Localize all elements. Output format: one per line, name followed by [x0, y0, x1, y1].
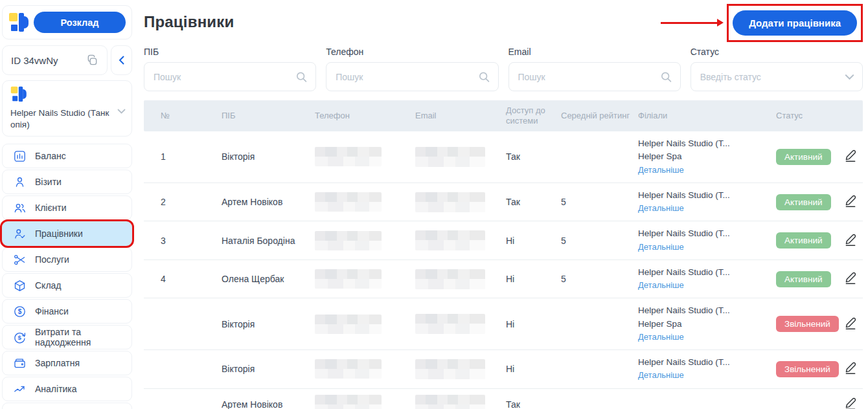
branch-name: Helper Nails Studio (T...: [638, 137, 771, 150]
cell-email-redacted: [415, 359, 485, 379]
sidebar-item-salary[interactable]: Зарплатня: [2, 351, 132, 375]
table-row: Артем Новіков Так: [144, 389, 863, 409]
table-row: Вікторія Ні Helper Nails Studio (T... Де…: [144, 350, 863, 389]
table-row: Вікторія Ні Helper Nails Studio (T...Hel…: [144, 298, 863, 350]
expenses-icon: $: [12, 330, 27, 344]
edit-pencil-icon[interactable]: [844, 397, 858, 409]
sidebar-item-branches[interactable]: Філіали: [2, 403, 132, 409]
table-row: 2 Артем Новіков Так 5 Helper Nails Studi…: [144, 183, 863, 222]
cell-name: Вікторія: [222, 319, 315, 329]
sidebar-item-label: Витрати та надходження: [35, 327, 128, 348]
status-badge: Звільнений: [776, 316, 839, 332]
branch-name: Helper Nails Studio (T...: [638, 304, 771, 317]
sidebar-item-label: Зарплатня: [35, 358, 80, 368]
sidebar-item-label: Послуги: [35, 254, 69, 265]
finance-icon: $: [12, 304, 27, 318]
employees-table: №ПІБТелефонEmailДоступ до системиСередні…: [144, 100, 863, 409]
branch-name: Helper Nails Studio (T...: [638, 189, 771, 202]
sidebar-item-clients[interactable]: Клієнти: [2, 195, 132, 220]
status-badge: Звільнений: [776, 361, 839, 377]
edit-pencil-icon[interactable]: [844, 233, 858, 247]
cell-phone-redacted: [315, 192, 382, 212]
stock-icon: [12, 278, 27, 293]
status-badge: Активний: [776, 271, 831, 287]
annotation-arrow: [661, 22, 718, 24]
clients-icon: [12, 201, 27, 215]
svg-text:$: $: [17, 334, 21, 341]
sidebar-item-analytics[interactable]: Аналітика: [2, 377, 132, 401]
sidebar-item-services[interactable]: Послуги: [2, 247, 132, 272]
details-link[interactable]: Детальніше: [638, 369, 684, 382]
add-employee-button[interactable]: Додати працівника: [733, 10, 857, 36]
cell-branches: Helper Nails Studio (T... Детальніше: [638, 189, 776, 216]
cell-email-redacted: [415, 314, 485, 334]
cell-name: Наталія Бородіна: [222, 236, 315, 246]
sidebar-item-visits[interactable]: Візити: [2, 170, 132, 194]
sidebar-item-label: Візити: [35, 177, 62, 187]
filter-label: Статус: [691, 47, 863, 57]
edit-pencil-icon[interactable]: [844, 271, 858, 285]
sidebar-item-label: Фінанси: [35, 306, 69, 316]
details-link[interactable]: Детальніше: [638, 241, 684, 254]
cell-rating: 5: [561, 236, 638, 246]
cell-name: Олена Щербак: [222, 274, 315, 284]
logo-card: Розклад: [2, 5, 132, 39]
details-link[interactable]: Детальніше: [638, 164, 684, 177]
cell-phone-redacted: [315, 315, 382, 334]
table-body: 1 Вікторія Так Helper Nails Studio (T...…: [144, 131, 863, 409]
cell-number: 4: [161, 274, 222, 284]
filter-label: ПІБ: [144, 47, 316, 57]
cell-email-redacted: [415, 192, 485, 212]
sidebar-item-employees[interactable]: Працівники: [2, 221, 132, 246]
filter-input[interactable]: [144, 62, 316, 91]
edit-pencil-icon[interactable]: [844, 361, 858, 375]
copy-icon[interactable]: [86, 54, 98, 67]
edit-pencil-icon[interactable]: [844, 316, 858, 330]
cell-phone-redacted: [315, 147, 382, 166]
app: Розклад ID 34vwNy Helper Nails Studio (Т…: [0, 0, 868, 409]
sidebar-collapse-button[interactable]: [111, 45, 132, 75]
filter-input[interactable]: [691, 62, 863, 91]
sidebar-item-expenses[interactable]: $ Витрати та надходження: [2, 325, 132, 349]
details-link[interactable]: Детальніше: [638, 331, 684, 344]
column-header: Середній рейтинг: [561, 111, 638, 121]
column-header: №: [161, 111, 222, 121]
schedule-button[interactable]: Розклад: [34, 12, 126, 33]
details-link[interactable]: Детальніше: [638, 202, 684, 215]
column-header: Телефон: [315, 111, 415, 121]
status-badge: Активний: [776, 149, 831, 165]
cell-email-redacted: [415, 269, 485, 289]
cell-system-access: Ні: [506, 319, 561, 329]
cell-branches: Helper Nails Studio (T...Helper Spa Дета…: [638, 304, 776, 344]
cell-number: 3: [161, 236, 222, 246]
edit-pencil-icon[interactable]: [844, 149, 858, 162]
sidebar-item-finance[interactable]: $ Фінанси: [2, 299, 132, 324]
cell-name: Вікторія: [222, 364, 315, 374]
table-row: 3 Наталія Бородіна Ні 5 Helper Nails Stu…: [144, 221, 863, 260]
sidebar-item-balance[interactable]: Баланс: [2, 144, 132, 168]
cell-system-access: Ні: [506, 236, 561, 246]
page-title: Працівники: [144, 13, 234, 31]
cell-system-access: Так: [506, 197, 561, 207]
details-link[interactable]: Детальніше: [638, 279, 684, 292]
cell-phone-redacted: [315, 359, 382, 379]
employees-icon: [12, 227, 27, 241]
cell-rating: 5: [561, 197, 638, 207]
filter-input[interactable]: [326, 62, 498, 91]
chevron-down-icon: [117, 105, 126, 116]
column-header: Статус: [776, 111, 844, 121]
cell-email-redacted: [415, 147, 485, 167]
cell-name: Артем Новіков: [222, 399, 315, 409]
filter-статус: Статус: [691, 47, 863, 91]
cell-branches: Helper Nails Studio (T...Helper Spa Дета…: [638, 137, 776, 177]
filter-input[interactable]: [508, 62, 681, 91]
sidebar-item-stock[interactable]: Склад: [2, 273, 132, 298]
cell-name: Вікторія: [222, 151, 315, 162]
edit-pencil-icon[interactable]: [844, 194, 858, 208]
studio-selector[interactable]: Helper Nails Studio (Танк опія): [2, 80, 132, 137]
balance-icon: [12, 149, 27, 163]
annotation-box: Додати працівника: [727, 4, 863, 42]
filter-email: Email: [508, 47, 681, 91]
search-icon: [660, 71, 672, 83]
column-header: Email: [415, 111, 506, 121]
